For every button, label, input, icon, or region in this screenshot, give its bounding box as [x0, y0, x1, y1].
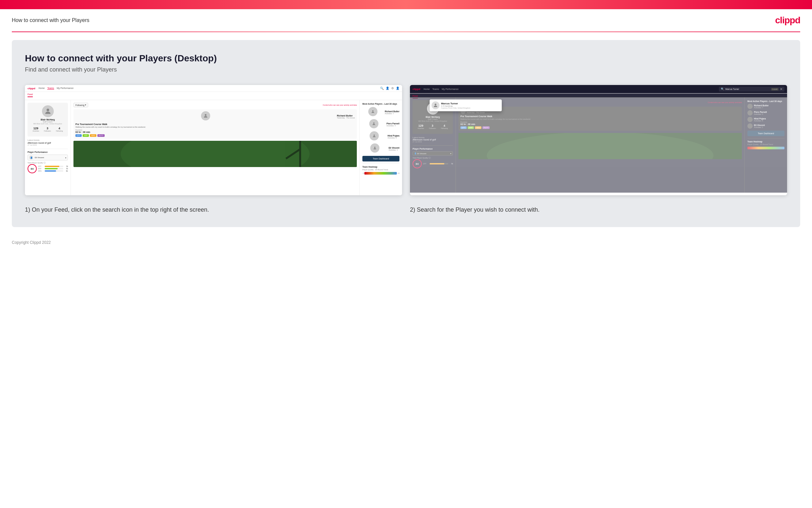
chevron-down-icon: ▾ — [65, 157, 66, 159]
activity-user-row: Richard Butler Yesterday · The Grove — [76, 111, 355, 122]
app-nav-1: clippd Home Teams My Performance 🔍 👤 ⚙ 👤 — [25, 85, 402, 92]
search-results-dropdown: Marcus Turner 1-5 Handicap Cypress Point… — [430, 99, 502, 111]
profile-avatar — [42, 105, 54, 117]
nav-home-2[interactable]: Home — [424, 88, 430, 90]
app-body-1: Blair McHarg Golf Coach Mill Ride Golf C… — [25, 100, 402, 195]
nav-performance[interactable]: My Performance — [57, 87, 74, 90]
left-panel-1: Blair McHarg Golf Coach Mill Ride Golf C… — [25, 100, 71, 195]
nav-teams-2[interactable]: Teams — [432, 88, 439, 90]
active-players-title: Most Active Players - Last 30 days — [363, 103, 399, 105]
activity-card-1: Richard Butler Yesterday · The Grove Pre… — [74, 109, 357, 139]
result-info: Marcus Turner 1-5 Handicap Cypress Point… — [441, 102, 470, 109]
copyright-text: Copyright Clippd 2022 — [12, 240, 51, 245]
search-icon[interactable]: 🔍 — [380, 87, 384, 90]
result-name: Marcus Turner — [441, 102, 470, 105]
screenshot-1: clippd Home Teams My Performance 🔍 👤 ⚙ 👤 — [25, 85, 402, 195]
logo-accent: d — [795, 15, 800, 25]
nav-home[interactable]: Home — [39, 87, 45, 90]
screenshots-row: clippd Home Teams My Performance 🔍 👤 ⚙ 👤 — [25, 85, 787, 195]
player-dropdown[interactable]: 👤 Eli Vincent ▾ — [28, 155, 68, 161]
bar-app: APP 70 — [38, 168, 68, 170]
quality-section: Total Player Quality ⓘ 84 OTT 79 — [28, 162, 68, 173]
nav-performance-2[interactable]: My Performance — [442, 88, 459, 90]
main-content: How to connect with your Players (Deskto… — [12, 40, 800, 227]
player-info-4: Eli Vincent Activities: 1 — [389, 147, 399, 151]
feed-tab[interactable]: Feed — [28, 93, 33, 97]
stat-followers: 3 Followers — [44, 127, 51, 132]
activity-user-name: Richard Butler — [337, 115, 355, 117]
heatmap-bar — [364, 172, 397, 175]
feed-tab-bar-2: Feed — [410, 93, 787, 97]
logo: clippd — [775, 15, 800, 26]
player-item-3: Hiral Pujara Activities: 3 — [363, 131, 399, 142]
profile-card: Blair McHarg Golf Coach Mill Ride Golf C… — [28, 103, 68, 136]
app-body-2: Blair McHarg Golf Coach Mill Ride Golf C… — [410, 97, 787, 193]
close-icon[interactable]: ✕ — [780, 87, 782, 91]
nav-teams[interactable]: Teams — [47, 87, 54, 90]
tag-arg: ARG — [90, 134, 96, 137]
tag-app: APP — [83, 134, 89, 137]
avatar-icon[interactable]: 👤 — [396, 87, 399, 90]
activity-type: Pre Tournament Course Walk — [76, 123, 355, 125]
user-icon[interactable]: 👤 — [386, 87, 389, 90]
search-bar[interactable]: 🔍 Marcus Turner CLEAR ✕ — [719, 87, 784, 92]
heatmap-title: Team Heatmap — [363, 166, 399, 168]
middle-panel-2: Following▾ Control who can see your acti… — [456, 97, 745, 193]
quality-bars: OTT 79 APP 70 — [38, 165, 68, 172]
player-info-2: Piers Parnell Activities: 4 — [387, 122, 399, 127]
player-avatar-3 — [370, 131, 379, 140]
app-nav-items-2: Home Teams My Performance — [424, 88, 459, 90]
activity-user-sub: Yesterday · The Grove — [337, 117, 355, 119]
tag-ott: OTT — [76, 134, 82, 137]
player-item-4: Eli Vincent Activities: 1 — [363, 143, 399, 154]
app-ui-2: clippd Home Teams My Performance 🔍 Marcu… — [410, 85, 787, 193]
app-nav-right: 🔍 👤 ⚙ 👤 — [380, 87, 399, 90]
app-nav-2: clippd Home Teams My Performance 🔍 Marcu… — [410, 85, 787, 93]
player-info-1: Richard Butler Activities: 7 — [385, 110, 399, 115]
clear-button[interactable]: CLEAR — [771, 88, 778, 91]
svg-point-12 — [374, 147, 376, 148]
activity-tags: OTT APP ARG PUTT — [76, 134, 355, 137]
player-avatar-4 — [370, 143, 379, 153]
svg-point-9 — [372, 110, 374, 112]
page-breadcrumb: How to connect with your Players — [12, 17, 90, 23]
search-result-1[interactable]: Marcus Turner 1-5 Handicap Cypress Point… — [432, 101, 500, 109]
app-ui-1: clippd Home Teams My Performance 🔍 👤 ⚙ 👤 — [25, 85, 402, 195]
right-panel-1: Most Active Players - Last 30 days Richa… — [360, 100, 402, 195]
tag-putt: PUTT — [97, 134, 105, 137]
following-button[interactable]: Following ▾ — [74, 103, 88, 107]
caption-2: 2) Search for the Player you wish to con… — [410, 206, 787, 214]
team-heatmap-section: Team Heatmap Player Quality · 20 Round T… — [363, 163, 399, 175]
captions-row: 1) On your Feed, click on the search ico… — [25, 206, 787, 214]
top-bar — [0, 0, 812, 9]
activity-image — [74, 141, 357, 167]
quality-label: Total Player Quality ⓘ — [28, 162, 68, 164]
svg-point-3 — [121, 141, 309, 167]
player-item-2: Piers Parnell Activities: 4 — [363, 119, 399, 130]
player-avatar-1 — [368, 107, 378, 116]
player-dropdown-avatar: 👤 — [29, 156, 33, 160]
heatmap-scale: -5 +5 — [363, 172, 399, 175]
main-subtitle: Find and connect with your Players — [25, 66, 787, 73]
svg-point-13 — [434, 104, 436, 105]
header-divider — [12, 32, 800, 32]
search-icon-2: 🔍 — [721, 88, 724, 91]
search-input-display[interactable]: Marcus Turner — [725, 88, 770, 90]
latest-activity-name: Afternoon round of golf — [28, 142, 68, 144]
stat-following: 4 Following — [56, 127, 63, 132]
player-dropdown-name: Eli Vincent — [35, 157, 44, 159]
main-headline: How to connect with your Players (Deskto… — [25, 53, 787, 64]
settings-icon[interactable]: ⚙ — [391, 87, 394, 90]
profile-club: Mill Ride Golf Club, United Kingdom — [30, 123, 65, 125]
team-dashboard-button[interactable]: Team Dashboard — [363, 156, 399, 162]
activity-user-info: Richard Butler Yesterday · The Grove — [337, 115, 355, 119]
stats-row: 129 Activities 3 Followers 4 Following — [30, 127, 65, 132]
svg-point-0 — [47, 109, 49, 111]
caption-1: 1) On your Feed, click on the search ico… — [25, 206, 402, 214]
app-logo: clippd — [28, 87, 36, 90]
screenshot-2: clippd Home Teams My Performance 🔍 Marcu… — [410, 85, 787, 195]
activity-duration: 02 hr : 00 min — [76, 131, 355, 133]
activity-image-2 — [459, 133, 742, 159]
control-link[interactable]: Control who can see your activity and da… — [323, 104, 357, 106]
svg-point-11 — [374, 134, 375, 136]
